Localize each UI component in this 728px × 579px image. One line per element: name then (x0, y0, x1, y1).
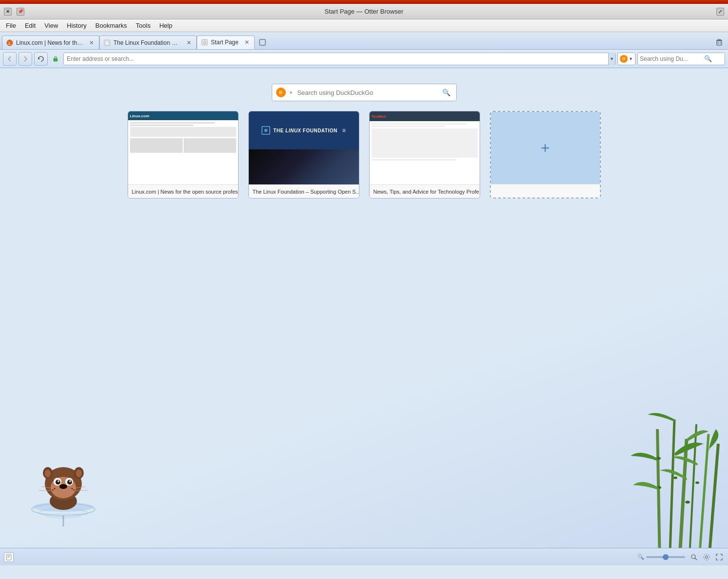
dial-label-tecmint: News, Tips, and Advice for Technology Pr… (370, 184, 480, 198)
status-right-icons (689, 552, 724, 562)
svg-point-29 (69, 480, 71, 482)
svg-line-40 (657, 429, 660, 565)
svg-point-50 (695, 482, 699, 484)
search-input-container[interactable]: 🔍 (637, 53, 725, 65)
svg-text:L: L (9, 41, 11, 46)
tab-start-title: Start Page (211, 39, 239, 46)
zoom-out-icon[interactable]: 🔍 (637, 554, 644, 560)
svg-line-57 (695, 558, 697, 560)
forward-button[interactable] (19, 52, 32, 66)
window-title: Start Page — Otter Browser (325, 8, 404, 15)
status-zoom: 🔍 (637, 554, 685, 560)
svg-point-30 (59, 484, 67, 489)
address-bar: ▼ D ▼ 🔍 (0, 50, 728, 68)
dial-thumb-lf: THE LINUX FOUNDATION ≡ (249, 111, 359, 184)
menu-tools[interactable]: Tools (132, 21, 154, 30)
svg-rect-7 (717, 41, 722, 45)
tab-linux-icon: L (6, 39, 13, 46)
search-dropdown-arrow: ▼ (289, 90, 294, 95)
svg-rect-12 (54, 58, 57, 61)
menu-file[interactable]: File (2, 21, 20, 30)
svg-point-21 (45, 470, 51, 477)
svg-line-45 (709, 444, 718, 565)
dial-thumb-linux: Linux.com (128, 111, 238, 184)
search-engine-icon: D (620, 55, 628, 63)
tab-bar: L Linux.com | News for the open sou... ✕… (0, 32, 728, 50)
tab-lf[interactable]: 📄 The Linux Foundation – Supportin... ✕ (99, 36, 197, 49)
status-bar: 🔍 (0, 548, 728, 565)
add-dial-icon: + (541, 139, 550, 157)
content-search-box[interactable]: D ▼ 🔍 (272, 84, 457, 101)
close-window-button[interactable]: ✕ (4, 8, 12, 16)
dial-thumb-tecmint: TecMint (370, 111, 480, 184)
svg-point-56 (691, 555, 695, 559)
content-search-area: D ▼ 🔍 (0, 84, 728, 101)
dial-label-lf: The Linux Foundation – Supporting Open S… (249, 184, 359, 198)
svg-point-28 (57, 480, 59, 482)
dial-label-linux: Linux.com | News for the open source pro… (128, 184, 238, 198)
tab-start-icon: □ (201, 39, 208, 46)
tab-linux[interactable]: L Linux.com | News for the open sou... ✕ (2, 36, 99, 49)
svg-point-49 (685, 501, 690, 504)
back-button[interactable] (3, 52, 17, 66)
reload-button[interactable] (34, 52, 48, 66)
tab-lf-title: The Linux Foundation – Supportin... (113, 39, 181, 46)
maximize-button[interactable]: ⤢ (716, 8, 724, 16)
svg-line-41 (670, 419, 674, 565)
dial-label-add (491, 184, 600, 198)
zoom-slider-thumb (663, 554, 669, 560)
svg-point-58 (706, 556, 708, 558)
dial-thumb-add: + (491, 112, 600, 184)
tab-linux-close[interactable]: ✕ (88, 39, 95, 46)
otter-mascot (15, 429, 122, 536)
pin-window-button[interactable]: 📌 (17, 8, 24, 16)
menu-bar: File Edit View History Bookmarks Tools H… (0, 19, 728, 32)
svg-point-22 (76, 470, 82, 477)
menu-history[interactable]: History (63, 21, 90, 30)
status-settings-icon[interactable] (702, 552, 711, 562)
address-input[interactable] (64, 53, 608, 65)
menu-view[interactable]: View (40, 21, 62, 30)
status-zoom-icon[interactable] (689, 552, 699, 562)
menu-edit[interactable]: Edit (21, 21, 39, 30)
svg-point-31 (54, 488, 56, 489)
menu-bookmarks[interactable]: Bookmarks (92, 21, 131, 30)
main-content: D ▼ 🔍 Linux.com (0, 68, 728, 565)
content-search-input[interactable] (297, 89, 437, 96)
search-engine-dropdown-icon: ▼ (629, 56, 633, 61)
dial-item-tecmint[interactable]: TecMint News, Tips, and Advice for Techn… (369, 111, 480, 199)
svg-rect-6 (260, 39, 265, 45)
speed-dial: Linux.com Linux.com | News for the open … (0, 111, 728, 199)
address-dropdown-button[interactable]: ▼ (608, 53, 615, 65)
tab-lf-close[interactable]: ✕ (186, 39, 192, 46)
new-tab-button[interactable] (256, 36, 269, 49)
svg-point-33 (72, 488, 73, 489)
svg-text:📄: 📄 (105, 41, 110, 45)
status-page-icon (4, 552, 14, 562)
search-icon: 🔍 (704, 55, 712, 62)
status-arrows-icon[interactable] (714, 552, 724, 562)
tab-linux-title: Linux.com | News for the open sou... (16, 39, 83, 46)
zoom-slider[interactable] (646, 556, 685, 558)
content-search-button[interactable]: 🔍 (441, 87, 452, 98)
menu-help[interactable]: Help (155, 21, 176, 30)
svg-point-48 (673, 477, 677, 479)
tab-lf-icon: 📄 (104, 39, 111, 46)
dial-item-lf[interactable]: THE LINUX FOUNDATION ≡ The Linux Foundat… (248, 111, 359, 199)
tab-start-close[interactable]: ✕ (243, 39, 250, 46)
dial-item-linux[interactable]: Linux.com Linux.com | News for the open … (128, 111, 239, 199)
bamboo-decoration (572, 380, 728, 565)
ddg-icon: D (276, 88, 286, 97)
search-input[interactable] (640, 55, 703, 62)
search-engine-selector[interactable]: D ▼ (617, 53, 635, 65)
trash-button[interactable] (712, 36, 726, 49)
svg-rect-9 (718, 39, 721, 40)
address-input-container[interactable]: ▼ (63, 53, 616, 65)
title-bar: ✕ 📌 Start Page — Otter Browser ⤢ (0, 4, 728, 19)
svg-line-44 (699, 434, 709, 565)
dial-item-add[interactable]: + (490, 111, 601, 199)
ssl-icon (50, 53, 61, 65)
svg-rect-52 (6, 554, 11, 560)
tab-start[interactable]: □ Start Page ✕ (197, 36, 255, 49)
